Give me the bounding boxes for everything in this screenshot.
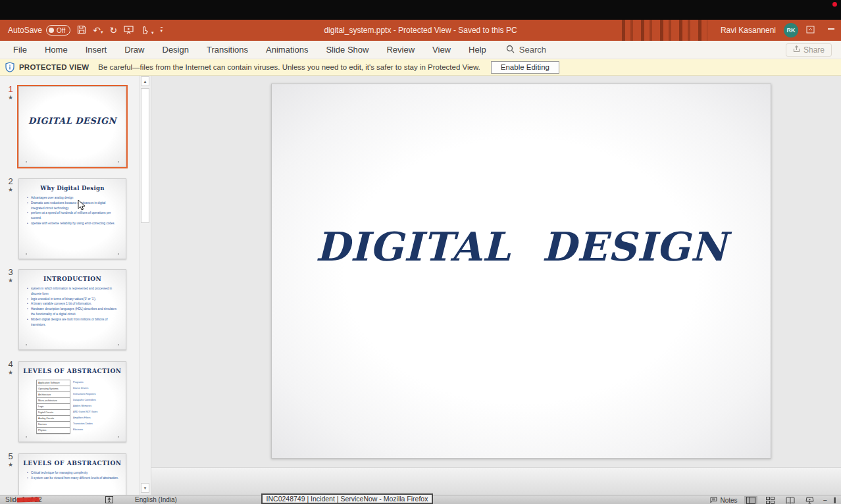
bullet-line: A system can be viewed from many differe… xyxy=(27,476,119,481)
ribbon-tab[interactable]: Help xyxy=(469,45,486,55)
zoom-slider-handle[interactable] xyxy=(834,497,836,503)
thumb-title: DIGITAL DESIGN xyxy=(19,116,126,126)
letterbox-strip xyxy=(0,0,841,20)
slide-thumbnail-2[interactable]: Why Digital Design Advantages over analo… xyxy=(18,178,126,259)
shield-icon xyxy=(5,62,14,72)
enable-editing-button[interactable]: Enable Editing xyxy=(491,61,559,74)
background-window-title: INC0248749 | Incident | ServiceNow - Moz… xyxy=(261,493,433,504)
slide-thumbnail-1[interactable]: DIGITAL DESIGN xyxy=(18,86,126,167)
animation-star-icon: ★ xyxy=(5,94,16,101)
slide-sorter-view-button[interactable] xyxy=(764,496,777,504)
zoom-out-icon[interactable]: − xyxy=(823,496,827,504)
bullet-line: logic encoded in terms of binary values(… xyxy=(27,297,119,302)
bullet-line: Hardware description languages (HDL) des… xyxy=(27,307,119,317)
banner-title: PROTECTED VIEW xyxy=(19,63,89,71)
notes-icon xyxy=(710,497,717,503)
ribbon-tab[interactable]: Animations xyxy=(266,45,308,55)
diagram-label: Programs xyxy=(72,380,98,386)
slide-1-number-column: 1 ★ xyxy=(5,84,16,101)
minimize-icon[interactable] xyxy=(828,28,834,30)
bullet-line: Modern digital designs are built from mi… xyxy=(27,317,119,328)
diagram-label: Instructions Registers xyxy=(72,391,98,397)
slide-dot xyxy=(26,344,27,345)
slide-dot xyxy=(26,161,27,163)
abstraction-diagram: Application SoftwareOperating SystemsArc… xyxy=(36,380,109,434)
normal-view-button[interactable] xyxy=(744,496,757,504)
slide-number: 4 xyxy=(5,359,16,369)
animation-star-icon: ★ xyxy=(5,277,16,284)
ribbon-tab[interactable]: Insert xyxy=(86,45,107,55)
scrollbar-thumb[interactable] xyxy=(141,88,149,223)
touch-mouse-mode-icon[interactable]: ▾ xyxy=(140,25,153,36)
ribbon-tab[interactable]: File xyxy=(13,45,27,55)
notes-label: Notes xyxy=(720,497,737,504)
diagram-label: Transistors Diodes xyxy=(72,421,98,427)
ribbon-tab[interactable]: Design xyxy=(163,45,189,55)
toggle-knob-icon xyxy=(49,28,54,33)
scroll-down-icon[interactable]: ▼ xyxy=(141,483,149,493)
titlebar: digital_system.pptx - Protected View - S… xyxy=(0,20,841,41)
user-area: Ravi Kasanneni RK xyxy=(721,20,815,41)
ribbon-tab[interactable]: Slide Show xyxy=(326,45,369,55)
slide-dot xyxy=(118,436,119,438)
ribbon-display-options-icon[interactable] xyxy=(806,24,815,36)
powerpoint-window: digital_system.pptx - Protected View - S… xyxy=(0,0,841,504)
reading-view-button[interactable] xyxy=(784,496,797,504)
recording-dot-icon xyxy=(832,2,837,7)
search-icon xyxy=(506,45,515,55)
search-label: Search xyxy=(519,45,546,55)
thumb-title: LEVELS OF ABSTRACTION xyxy=(19,368,126,374)
slide-dot xyxy=(118,161,119,163)
bullet-line: Dramatic cost reductions because of adva… xyxy=(27,201,119,211)
slide-canvas[interactable] xyxy=(271,84,771,459)
undo-dropdown-icon[interactable]: ▾ xyxy=(101,30,103,34)
undo-icon[interactable]: ↶▾ xyxy=(93,26,103,35)
ribbon-tab[interactable]: Transitions xyxy=(207,45,248,55)
ribbon-tab[interactable]: Home xyxy=(45,45,68,55)
autosave-toggle[interactable]: Off xyxy=(46,25,70,36)
ribbon-tab[interactable]: Draw xyxy=(124,45,144,55)
slide-3-number-column: 3 ★ xyxy=(5,267,16,284)
ribbon-tabs: FileHomeInsertDrawDesignTransitionsAnima… xyxy=(0,45,486,55)
start-slideshow-icon[interactable] xyxy=(124,25,134,36)
bullet-line: Advantages over analog design xyxy=(27,195,119,201)
thumb-bullets: Advantages over analog designDramatic co… xyxy=(27,195,119,226)
slideshow-view-button[interactable] xyxy=(803,496,817,504)
user-avatar[interactable]: RK xyxy=(784,23,798,38)
diagram-cell: Analog Circuits xyxy=(37,416,70,422)
titlebar-decorative-stripes xyxy=(622,20,707,41)
slide-thumbnail-3[interactable]: INTRODUCTION system in which information… xyxy=(18,269,126,350)
language-status[interactable]: English (India) xyxy=(135,496,177,503)
slide-number: 5 xyxy=(5,451,16,461)
customize-qat-icon[interactable]: ▾ xyxy=(161,27,163,34)
protected-view-banner: PROTECTED VIEW Be careful—files from the… xyxy=(0,59,841,76)
scroll-up-icon[interactable]: ▲ xyxy=(141,76,149,86)
bullet-line: system in which information is represent… xyxy=(27,286,119,297)
ribbon-tab[interactable]: Review xyxy=(386,45,415,55)
animation-star-icon: ★ xyxy=(5,461,16,468)
mouse-cursor-icon xyxy=(78,199,86,214)
user-name: Ravi Kasanneni xyxy=(721,26,776,35)
ribbon-tab[interactable]: View xyxy=(432,45,451,55)
animation-star-icon: ★ xyxy=(5,186,16,193)
notes-pane-collapsed[interactable] xyxy=(151,467,841,495)
diagram-label: Amplifiers Filters xyxy=(72,415,98,421)
notes-button[interactable]: Notes xyxy=(710,497,737,504)
accessibility-icon[interactable] xyxy=(105,496,113,504)
thumbnail-scrollbar[interactable]: ▲ ▼ xyxy=(139,76,150,495)
slide-thumbnail-4[interactable]: LEVELS OF ABSTRACTION Application Softwa… xyxy=(18,361,126,442)
slide-4-number-column: 4 ★ xyxy=(5,359,16,376)
thumb-title: INTRODUCTION xyxy=(19,276,126,282)
autosave-state: Off xyxy=(57,27,65,34)
slide-title-text[interactable]: DIGITAL DESIGN xyxy=(271,224,771,270)
search-box[interactable]: Search xyxy=(506,45,546,55)
bullet-line: operate with extreme reliability by usin… xyxy=(27,221,119,226)
redo-icon[interactable]: ↻ xyxy=(109,26,117,35)
diagram-label: Device Drivers xyxy=(72,386,98,391)
share-label: Share xyxy=(803,45,825,55)
thumb-title: LEVELS OF ABSTRACTION xyxy=(19,460,126,466)
save-icon[interactable] xyxy=(77,25,86,36)
share-button[interactable]: Share xyxy=(786,43,832,57)
diagram-cell: Micro-architecture xyxy=(37,398,70,404)
diagram-label: AND Gates NOT Gates xyxy=(72,409,98,415)
